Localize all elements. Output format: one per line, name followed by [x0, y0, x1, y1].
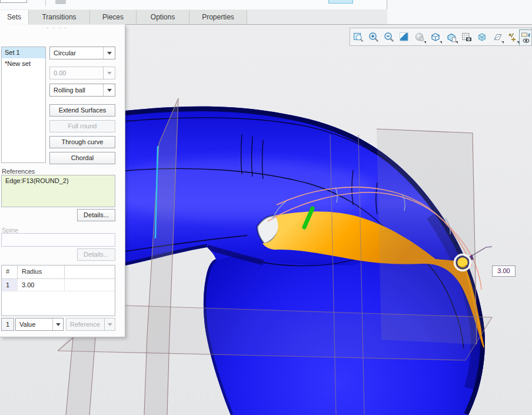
- row-empty-cell: [65, 279, 115, 291]
- radius-value-select: 0.00: [49, 67, 115, 79]
- col-index-header: #: [2, 265, 18, 278]
- chevron-down-icon: [103, 67, 115, 79]
- annotation-toggle-button[interactable]: [519, 29, 532, 46]
- datum-display-icon[interactable]: [490, 30, 504, 44]
- radius-drag-handle[interactable]: [457, 257, 468, 268]
- shading-icon[interactable]: [413, 30, 427, 44]
- tab-sets[interactable]: Sets: [0, 10, 29, 25]
- list-item-newset[interactable]: *New set: [2, 58, 45, 69]
- refit-icon[interactable]: [351, 30, 365, 44]
- tab-bar-border: [125, 24, 532, 25]
- spine-details-button: Details...: [77, 248, 115, 261]
- row-radius-cell[interactable]: 3.00: [18, 279, 65, 291]
- chevron-down-icon[interactable]: [52, 318, 63, 330]
- radius-type-select[interactable]: Value: [15, 318, 64, 331]
- col-radius-header: Radius: [18, 265, 65, 278]
- spine-collector-field[interactable]: [1, 233, 115, 247]
- radius-table[interactable]: # Radius 1 3.00: [1, 265, 115, 316]
- col-empty-header: [65, 265, 115, 278]
- chevron-down-icon[interactable]: [103, 84, 115, 96]
- chevron-down-icon[interactable]: [103, 47, 115, 59]
- ribbon-button-fragment: [0, 0, 27, 3]
- creation-method-select[interactable]: Rolling ball: [49, 84, 115, 97]
- zoom-in-icon[interactable]: [367, 30, 381, 44]
- repaint-icon[interactable]: [397, 30, 411, 44]
- radius-count-box: 1: [1, 318, 14, 331]
- display-style-icon[interactable]: [428, 30, 443, 44]
- dashboard-right-area: [387, 0, 532, 25]
- through-curve-button[interactable]: Through curve: [49, 136, 115, 148]
- radius-reference-select: Reference: [66, 318, 115, 331]
- view-manager-icon[interactable]: [460, 30, 474, 44]
- section-type-select[interactable]: Circular: [49, 47, 115, 59]
- row-index-cell[interactable]: 1: [2, 279, 18, 291]
- references-listbox[interactable]: Edge:F13(ROUND_2): [1, 175, 115, 207]
- ribbon-selected-fragment: [328, 0, 353, 4]
- ribbon-icon-fragment: [55, 0, 66, 4]
- round-sets-panel: · · · · Set 1 *New set Circular 0.00 Rol…: [0, 25, 125, 337]
- chordal-button[interactable]: Chordal: [49, 152, 115, 164]
- graphics-toolbar: [350, 28, 532, 46]
- section-type-value: Circular: [54, 49, 76, 57]
- zoom-out-icon[interactable]: [382, 30, 396, 44]
- full-round-button: Full round: [49, 120, 115, 132]
- named-views-icon[interactable]: [444, 30, 458, 44]
- table-row[interactable]: 1 3.00: [2, 279, 115, 291]
- references-label: References: [2, 168, 35, 175]
- tab-transitions[interactable]: Transitions: [29, 10, 90, 24]
- radius-dimension-label[interactable]: 3.00: [492, 265, 516, 277]
- dashboard-tab-bar: Sets Transitions Pieces Options Properti…: [0, 9, 387, 25]
- section-icon[interactable]: [475, 30, 489, 44]
- radius-reference-value: Reference: [70, 321, 100, 328]
- panel-drag-handle[interactable]: · · · ·: [39, 25, 75, 31]
- extend-surfaces-button[interactable]: Extend Surfaces: [49, 104, 115, 117]
- creation-method-value: Rolling ball: [54, 87, 85, 94]
- radius-type-value: Value: [19, 321, 35, 328]
- ribbon-divider: [45, 0, 46, 6]
- axis-display-icon[interactable]: [506, 30, 520, 44]
- list-item-set1[interactable]: Set 1: [2, 47, 45, 58]
- tab-properties[interactable]: Properties: [189, 10, 247, 24]
- chevron-down-icon: [104, 318, 115, 330]
- reference-item[interactable]: Edge:F13(ROUND_2): [2, 175, 115, 184]
- radius-combo-value: 0.00: [54, 69, 66, 77]
- radius-table-header: # Radius: [2, 265, 115, 279]
- sets-listbox[interactable]: Set 1 *New set: [1, 47, 46, 163]
- references-details-button[interactable]: Details...: [77, 209, 115, 221]
- tab-options[interactable]: Options: [137, 10, 189, 24]
- tab-pieces[interactable]: Pieces: [90, 10, 137, 24]
